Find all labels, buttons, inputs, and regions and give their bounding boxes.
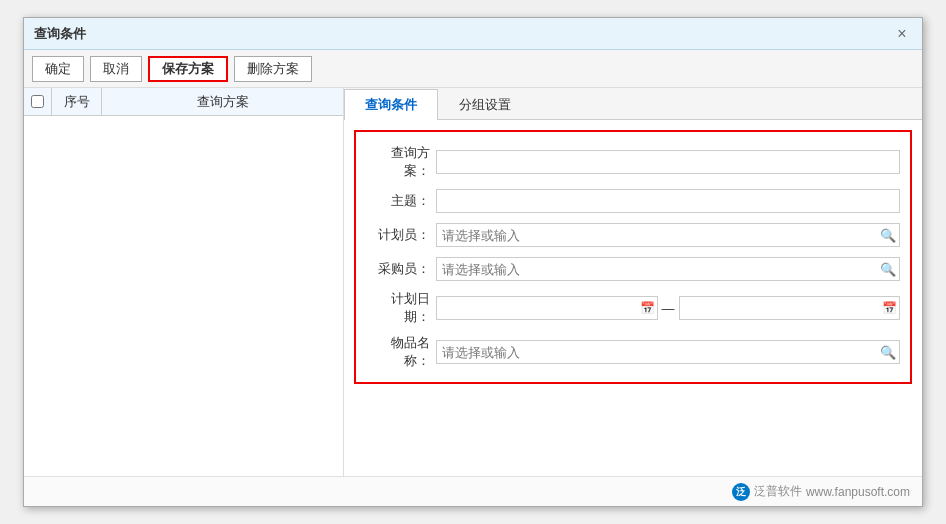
right-panel: 查询条件 分组设置 查询方案： 主题： [344, 88, 922, 476]
logo-icon: 泛 [732, 483, 750, 501]
close-button[interactable]: × [892, 24, 912, 44]
form-row-buyer: 采购员： 🔍 [366, 256, 900, 282]
footer: 泛 泛普软件 www.fanpusoft.com [24, 476, 922, 506]
dialog-title: 查询条件 [34, 25, 86, 43]
item-search-icon[interactable]: 🔍 [880, 345, 896, 360]
main-content: 序号 查询方案 查询条件 分组设置 查询方案： [24, 88, 922, 476]
date-end-wrap: 📅 [679, 296, 901, 320]
form-row-plan: 查询方案： [366, 144, 900, 180]
date-start-input[interactable] [436, 296, 658, 320]
date-end-calendar-icon[interactable]: 📅 [882, 301, 897, 315]
planner-input[interactable] [436, 223, 900, 247]
toolbar: 确定 取消 保存方案 删除方案 [24, 50, 922, 88]
col-plan-header: 查询方案 [102, 93, 343, 111]
website: www.fanpusoft.com [806, 485, 910, 499]
company-name: 泛普软件 [754, 483, 802, 500]
item-input[interactable] [436, 340, 900, 364]
date-start-calendar-icon[interactable]: 📅 [640, 301, 655, 315]
form-row-date: 计划日期： 📅 — 📅 [366, 290, 900, 326]
plan-label: 查询方案： [366, 144, 436, 180]
buyer-label: 采购员： [366, 260, 436, 278]
subject-label: 主题： [366, 192, 436, 210]
delete-plan-button[interactable]: 删除方案 [234, 56, 312, 82]
date-range: 📅 — 📅 [436, 296, 900, 320]
form-row-item: 物品名称： 🔍 [366, 334, 900, 370]
table-header: 序号 查询方案 [24, 88, 343, 116]
date-start-wrap: 📅 [436, 296, 658, 320]
tab-content-query: 查询方案： 主题： 计划员： 🔍 [344, 120, 922, 476]
date-label: 计划日期： [366, 290, 436, 326]
item-label: 物品名称： [366, 334, 436, 370]
form-row-subject: 主题： [366, 188, 900, 214]
date-end-input[interactable] [679, 296, 901, 320]
buyer-search-icon[interactable]: 🔍 [880, 262, 896, 277]
tab-query-conditions[interactable]: 查询条件 [344, 89, 438, 120]
form-row-planner: 计划员： 🔍 [366, 222, 900, 248]
planner-input-wrap: 🔍 [436, 223, 900, 247]
confirm-button[interactable]: 确定 [32, 56, 84, 82]
item-input-wrap: 🔍 [436, 340, 900, 364]
subject-input[interactable] [436, 189, 900, 213]
tabs: 查询条件 分组设置 [344, 88, 922, 120]
dialog: 查询条件 × 确定 取消 保存方案 删除方案 序号 查询方案 查询 [23, 17, 923, 507]
cancel-button[interactable]: 取消 [90, 56, 142, 82]
form-section: 查询方案： 主题： 计划员： 🔍 [354, 130, 912, 384]
left-panel: 序号 查询方案 [24, 88, 344, 476]
table-body [24, 116, 343, 476]
tab-group-settings[interactable]: 分组设置 [438, 89, 532, 120]
buyer-input-wrap: 🔍 [436, 257, 900, 281]
planner-label: 计划员： [366, 226, 436, 244]
select-all-checkbox[interactable] [31, 95, 44, 108]
col-no-header: 序号 [52, 88, 102, 115]
planner-search-icon[interactable]: 🔍 [880, 228, 896, 243]
buyer-input[interactable] [436, 257, 900, 281]
plan-input[interactable] [436, 150, 900, 174]
save-plan-button[interactable]: 保存方案 [148, 56, 228, 82]
col-checkbox-header [24, 88, 52, 115]
date-separator: — [662, 301, 675, 316]
title-bar: 查询条件 × [24, 18, 922, 50]
